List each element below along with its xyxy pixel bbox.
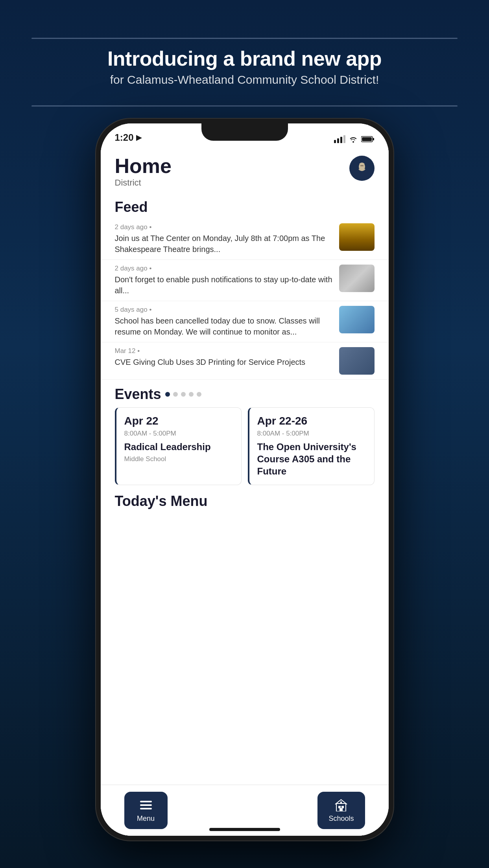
hamburger-icon	[140, 801, 152, 809]
menu-icon	[139, 798, 153, 812]
feed-item[interactable]: 2 days ago • Join us at The Center on Mo…	[101, 219, 389, 260]
app-content: Home District	[101, 146, 389, 836]
event-location: Middle School	[124, 455, 233, 463]
feed-thumbnail	[339, 306, 375, 333]
wifi-icon	[349, 136, 358, 143]
events-dot-inactive	[189, 392, 194, 397]
event-date: Apr 22	[124, 415, 233, 427]
svg-rect-2	[362, 137, 372, 141]
phone-mockup: 1:20 ▶	[95, 118, 394, 841]
feed-time: 2 days ago •	[115, 265, 333, 272]
feed-thumbnail	[339, 347, 375, 375]
header-subtitle: for Calamus-Wheatland Community School D…	[0, 73, 489, 86]
svg-rect-6	[140, 801, 152, 802]
buildings-icon	[334, 799, 348, 811]
schools-nav-button[interactable]: Schools	[317, 792, 365, 829]
menu-section-header: Today's Menu	[101, 485, 389, 514]
feed-item[interactable]: 2 days ago • Don't forget to enable push…	[101, 260, 389, 301]
status-icons	[334, 135, 375, 143]
feed-item[interactable]: 5 days ago • School has been cancelled t…	[101, 301, 389, 342]
event-time-range: 8:00AM - 5:00PM	[257, 430, 366, 438]
events-dot-inactive	[197, 392, 201, 397]
battery-icon	[361, 136, 375, 143]
feed-text-area: 2 days ago • Join us at The Center on Mo…	[115, 223, 333, 255]
event-title: The Open University's Course A305 and th…	[257, 441, 366, 478]
events-dot-inactive	[181, 392, 186, 397]
feed-text-area: 2 days ago • Don't forget to enable push…	[115, 265, 333, 296]
events-dot-inactive	[173, 392, 178, 397]
events-row: Apr 22 8:00AM - 5:00PM Radical Leadershi…	[101, 407, 389, 485]
app-subtitle: District	[115, 178, 172, 188]
feed-time: Mar 12 •	[115, 347, 333, 355]
app-header: Home District	[101, 146, 389, 194]
feed-text-area: Mar 12 • CVE Giving Club Uses 3D Printin…	[115, 347, 333, 368]
svg-rect-12	[340, 808, 343, 811]
svg-rect-13	[340, 802, 342, 803]
events-dot-active	[165, 392, 170, 397]
events-section-header: Events	[101, 380, 389, 407]
schools-nav-label: Schools	[328, 815, 354, 823]
feed-text: CVE Giving Club Uses 3D Printing for Ser…	[115, 357, 333, 368]
svg-rect-8	[140, 808, 152, 809]
feed-text: School has been cancelled today due to s…	[115, 315, 333, 337]
app-title-group: Home District	[115, 156, 172, 188]
svg-rect-1	[373, 138, 374, 140]
feed-thumbnail	[339, 223, 375, 251]
home-indicator	[209, 828, 280, 831]
top-divider	[31, 38, 458, 39]
header-section: Introducing a brand new app for Calamus-…	[0, 47, 489, 86]
header-title: Introducing a brand new app	[0, 47, 489, 71]
app-title: Home	[115, 156, 172, 176]
feed-time: 2 days ago •	[115, 223, 333, 231]
svg-rect-7	[140, 804, 152, 806]
event-card[interactable]: Apr 22-26 8:00AM - 5:00PM The Open Unive…	[248, 407, 375, 485]
feed-section-header: Feed	[101, 194, 389, 219]
location-icon: ▶	[136, 133, 142, 142]
menu-nav-button[interactable]: Menu	[124, 792, 168, 829]
avatar-icon	[354, 160, 370, 176]
feed-time: 5 days ago •	[115, 306, 333, 314]
status-time: 1:20 ▶	[115, 132, 142, 143]
svg-rect-10	[338, 806, 341, 808]
phone-screen: 1:20 ▶	[101, 123, 389, 836]
event-date: Apr 22-26	[257, 415, 366, 427]
signal-icon	[334, 135, 345, 143]
menu-nav-label: Menu	[137, 815, 155, 823]
svg-rect-11	[341, 806, 344, 808]
school-icon	[334, 798, 348, 812]
event-card[interactable]: Apr 22 8:00AM - 5:00PM Radical Leadershi…	[115, 407, 242, 485]
phone-frame: 1:20 ▶	[95, 118, 394, 841]
bottom-divider	[31, 105, 458, 107]
feed-thumbnail	[339, 265, 375, 292]
event-time-range: 8:00AM - 5:00PM	[124, 430, 233, 438]
notch	[201, 123, 288, 141]
feed-item[interactable]: Mar 12 • CVE Giving Club Uses 3D Printin…	[101, 342, 389, 380]
feed-text-area: 5 days ago • School has been cancelled t…	[115, 306, 333, 337]
feed-text: Don't forget to enable push notification…	[115, 274, 333, 296]
feed-text: Join us at The Center on Monday, July 8t…	[115, 233, 333, 255]
svg-rect-5	[360, 165, 364, 166]
event-title: Radical Leadership	[124, 441, 233, 453]
events-dots	[165, 392, 201, 397]
avatar[interactable]	[349, 156, 375, 181]
